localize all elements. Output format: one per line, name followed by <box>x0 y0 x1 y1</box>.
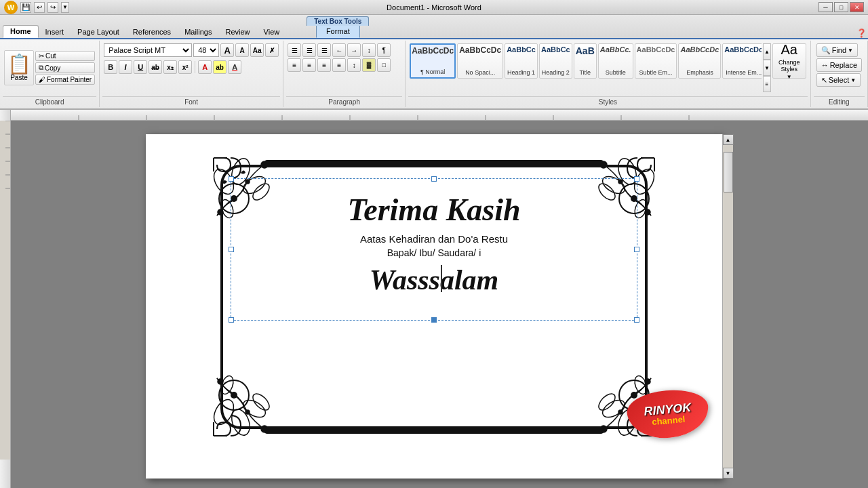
tab-pagelayout[interactable]: Page Layout <box>71 26 126 38</box>
styles-more-button[interactable]: ≡ <box>763 76 771 92</box>
ruler-h-marks <box>11 110 868 121</box>
decrease-indent-button[interactable]: ← <box>332 43 346 57</box>
paste-button[interactable]: 📋 Paste <box>4 50 34 85</box>
align-right-button[interactable]: ≡ <box>317 58 331 72</box>
tab-review[interactable]: Review <box>218 26 256 38</box>
multilevel-button[interactable]: ☰ <box>317 43 331 57</box>
paragraph-label: Paragraph <box>286 96 402 106</box>
cut-icon: ✂ <box>39 52 44 60</box>
paste-label: Paste <box>10 74 28 81</box>
style-nospacing[interactable]: AaBbCcDc No Spaci... <box>457 43 503 79</box>
align-center-button[interactable]: ≡ <box>302 58 316 72</box>
document-scroll[interactable]: Terima Kasih Aatas Kehadiran dan Do'a Re… <box>11 121 868 488</box>
quick-access-dropdown[interactable]: ▼ <box>61 2 69 13</box>
style-intenseem[interactable]: AaBbCcDc Intense Em... <box>722 43 762 79</box>
style-subtitle[interactable]: AaBbCc. Subtitle <box>598 43 633 79</box>
vertical-ruler <box>0 110 11 488</box>
style-normal[interactable]: AaBbCcDc ¶ Normal <box>410 43 456 79</box>
superscript-button[interactable]: x² <box>178 60 192 74</box>
font-size-select[interactable]: 48 <box>193 43 219 57</box>
ruler-v-marks <box>0 121 11 460</box>
style-emphasis[interactable]: AaBbCcDc Emphasis <box>678 43 721 79</box>
borders-button[interactable]: □ <box>377 58 391 72</box>
copy-button[interactable]: ⧉ Copy <box>35 62 95 73</box>
scroll-track[interactable] <box>723 145 733 468</box>
tab-view[interactable]: View <box>257 26 287 38</box>
font-row1: Palace Script MT 48 A A Aa ✗ <box>104 43 279 57</box>
tab-insert[interactable]: Insert <box>39 26 71 38</box>
font-grow-button[interactable]: A <box>220 43 234 57</box>
format-painter-button[interactable]: 🖌 Format Painter <box>35 75 95 85</box>
font-shrink-button[interactable]: A <box>235 43 249 57</box>
style-heading2[interactable]: AaBbCc Heading 2 <box>539 43 572 79</box>
svg-rect-7 <box>11 110 868 121</box>
align-left-button[interactable]: ≡ <box>288 58 301 72</box>
editing-group: 🔍 Find ▼ ↔ Replace ↖ Select ▼ Editing <box>811 41 868 107</box>
italic-button[interactable]: I <box>119 60 132 74</box>
select-button[interactable]: ↖ Select ▼ <box>816 73 861 87</box>
shading-button[interactable]: ▓ <box>362 58 376 72</box>
quick-access-save[interactable]: 💾 <box>20 2 31 13</box>
font-clear-button[interactable]: ✗ <box>265 43 279 57</box>
clipboard-content: 📋 Paste ✂ Cut ⧉ Copy 🖌 Format Painter <box>3 42 96 95</box>
copy-label: Copy <box>45 64 60 72</box>
bold-button[interactable]: B <box>104 60 117 74</box>
replace-label: Replace <box>830 61 857 69</box>
tab-home[interactable]: Home <box>3 25 39 38</box>
replace-button[interactable]: ↔ Replace <box>816 58 862 72</box>
minimize-button[interactable]: ─ <box>818 2 833 12</box>
quick-access-undo[interactable]: ↩ <box>34 2 45 13</box>
font-content: Palace Script MT 48 A A Aa ✗ B I U ab x₂… <box>102 42 280 95</box>
highlight-button[interactable]: ab <box>213 60 226 74</box>
styles-label: Styles <box>408 96 808 106</box>
show-marks-button[interactable]: ¶ <box>377 43 391 57</box>
frame-content: Terima Kasih Aatas Kehadiran dan Do'a Re… <box>251 178 617 415</box>
tab-format[interactable]: Format <box>316 26 360 38</box>
numbering-button[interactable]: ☰ <box>302 43 316 57</box>
style-heading1-label: Heading 1 <box>507 70 535 77</box>
line-spacing-button[interactable]: ↕ <box>347 58 361 72</box>
tab-references[interactable]: References <box>126 26 178 38</box>
strikethrough-button[interactable]: ab <box>149 60 162 74</box>
maximize-button[interactable]: □ <box>834 2 848 12</box>
font-label: Font <box>102 96 280 106</box>
sort-button[interactable]: ↕ <box>362 43 376 57</box>
tab-mailings[interactable]: Mailings <box>178 26 218 38</box>
font-case-button[interactable]: Aa <box>250 43 264 57</box>
style-heading1[interactable]: AaBbCc Heading 1 <box>505 43 538 79</box>
scroll-up-button[interactable]: ▲ <box>723 134 734 145</box>
close-button[interactable]: ✕ <box>850 2 864 12</box>
cut-label: Cut <box>45 52 56 60</box>
cut-button[interactable]: ✂ Cut <box>35 51 95 61</box>
window-controls: ─ □ ✕ <box>818 2 864 12</box>
change-styles-button[interactable]: Aa Change Styles ▼ <box>772 43 806 79</box>
subscript-button[interactable]: x₂ <box>163 60 177 74</box>
style-subtleem[interactable]: AaBbCcDc Subtle Em... <box>635 43 677 79</box>
font-group: Palace Script MT 48 A A Aa ✗ B I U ab x₂… <box>100 41 283 107</box>
frame-container: Terima Kasih Aatas Kehadiran dan Do'a Re… <box>210 155 658 439</box>
frame-top-bar <box>264 160 604 165</box>
clipboard-label: Clipboard <box>3 96 96 106</box>
scroll-thumb[interactable] <box>724 152 733 192</box>
bullets-button[interactable]: ☰ <box>288 43 301 57</box>
paragraph-content: ☰ ☰ ☰ ← → ↕ ¶ ≡ ≡ ≡ ≡ ↕ ▓ □ <box>286 42 402 95</box>
styles-down-button[interactable]: ▼ <box>763 60 771 76</box>
justify-button[interactable]: ≡ <box>332 58 346 72</box>
ribbon-help[interactable]: ❓ <box>856 28 867 38</box>
increase-indent-button[interactable]: → <box>347 43 361 57</box>
styles-arrows: ▲ ▼ ≡ <box>763 43 771 92</box>
styles-up-button[interactable]: ▲ <box>763 43 771 60</box>
copy-icon: ⧉ <box>39 64 43 72</box>
style-heading2-label: Heading 2 <box>542 70 570 77</box>
find-button[interactable]: 🔍 Find ▼ <box>816 43 858 57</box>
font-color2-button[interactable]: A <box>228 60 241 74</box>
find-arrow: ▼ <box>848 47 853 54</box>
quick-access-redo[interactable]: ↪ <box>47 2 58 13</box>
underline-button[interactable]: U <box>134 60 147 74</box>
font-name-select[interactable]: Palace Script MT <box>104 43 192 57</box>
clipboard-group: 📋 Paste ✂ Cut ⧉ Copy 🖌 Format Painter Cl… <box>0 41 100 107</box>
style-subtitle-preview: AaBbCc. <box>600 45 631 54</box>
font-color-button[interactable]: A <box>198 60 212 74</box>
scroll-down-button[interactable]: ▼ <box>723 468 734 479</box>
style-title[interactable]: AaB Title <box>574 43 597 79</box>
